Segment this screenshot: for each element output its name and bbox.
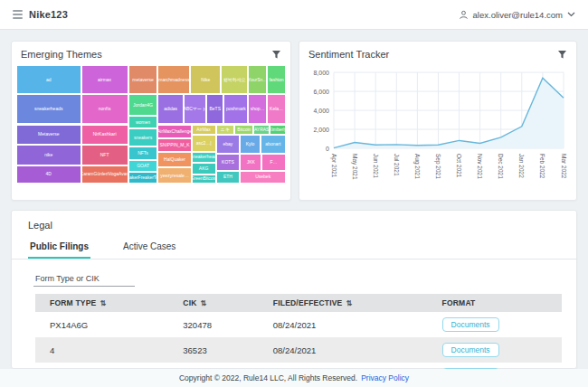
treemap-tile[interactable]: Jordan4G	[128, 94, 158, 116]
column-header-cik[interactable]: CIK⇅	[168, 294, 259, 312]
treemap-tile[interactable]: Nike	[190, 65, 221, 94]
treemap-tile[interactable]: 행복하세요	[221, 65, 248, 94]
treemap-tile[interactable]: AirMax	[192, 125, 216, 136]
svg-text:2,000: 2,000	[313, 127, 329, 133]
x-axis-tick-label: Feb 2022	[539, 154, 545, 179]
treemap-tile[interactable]: NFT	[81, 145, 128, 165]
tab-public-filings[interactable]: Public Filings	[28, 238, 90, 259]
treemap-tile[interactable]: AYRAS	[253, 125, 270, 136]
treemap-tile[interactable]: sneakers	[128, 128, 158, 146]
emerging-themes-title: Emerging Themes	[21, 49, 102, 60]
treemap-tile[interactable]: asc2…|	[192, 135, 216, 151]
treemap-tile[interactable]: sneakerhead	[192, 152, 216, 163]
treemap-tile[interactable]: women	[128, 116, 158, 128]
svg-text:0: 0	[326, 146, 329, 152]
treemap-tile[interactable]: ebay	[216, 135, 241, 154]
table-row: 43652308/24/2021Documents	[35, 337, 562, 363]
treemap-tile[interactable]: NirKashkari	[81, 125, 128, 146]
brand-name: Nike123	[29, 9, 68, 20]
sort-icon[interactable]: ⇅	[100, 299, 106, 307]
treemap-tile[interactable]: F…	[261, 154, 286, 170]
legal-panel: Legal Public FilingsActive Cases FORM TY…	[11, 210, 577, 369]
emerging-themes-panel: Emerging Themes adsneakerheadsMetaversen…	[11, 41, 291, 201]
x-axis-tick-label: Dec 2021	[498, 154, 504, 179]
filter-funnel-icon[interactable]	[557, 50, 567, 60]
treemap-tile[interactable]: sneakerheads	[16, 94, 81, 124]
legal-title: Legal	[12, 220, 576, 238]
treemap-tile[interactable]: Kimberly	[270, 125, 286, 136]
x-axis-tick-label: Nov 2021	[477, 154, 483, 179]
privacy-policy-link[interactable]: Privacy Policy	[361, 373, 409, 382]
treemap-tile[interactable]: fashion	[267, 65, 286, 94]
treemap-tile[interactable]: adidas	[157, 94, 183, 124]
treemap-tile[interactable]: marchmadness	[157, 65, 190, 94]
treemap-tile[interactable]: SNIPPIN_M_K	[157, 138, 191, 153]
cell-cik: 36523	[168, 337, 259, 363]
cell-form-type: 4	[35, 337, 168, 363]
themes-treemap: adsneakerheadsMetaversenike4Dairmaxnonft…	[16, 65, 286, 184]
treemap-tile[interactable]: ad	[16, 65, 81, 94]
x-axis-tick-label: Aug 2021	[413, 154, 421, 179]
treemap-tile[interactable]: 4D	[16, 165, 81, 184]
treemap-tile[interactable]: Metaverse	[16, 125, 81, 146]
x-axis-tick-label: Jun 2021	[373, 154, 379, 178]
sort-icon[interactable]: ⇅	[346, 299, 352, 307]
page-footer: Copyright © 2022, Rule14 LLC, All Rights…	[0, 369, 588, 387]
treemap-tile[interactable]: HalQuaker	[157, 152, 191, 167]
treemap-tile[interactable]: ETH	[216, 171, 241, 184]
treemap-tile[interactable]: shop…	[248, 94, 267, 124]
cell-form-type: PX14A6G	[35, 312, 168, 337]
treemap-tile[interactable]: SneakerFreakerTeam	[128, 172, 158, 184]
treemap-tile[interactable]: metaverse	[128, 65, 158, 94]
chevron-down-icon	[567, 12, 575, 17]
sentiment-tracker-panel: Sentiment Tracker 8,0006,0004,0002,0000A…	[299, 41, 577, 201]
treemap-tile[interactable]: GreenBitcoin	[192, 175, 216, 184]
treemap-tile[interactable]: KOTS	[216, 154, 241, 170]
person-icon	[459, 10, 469, 20]
filter-funnel-icon[interactable]	[271, 50, 281, 60]
treemap-tile[interactable]: nonfts	[81, 94, 128, 124]
cell-cik: 320478	[168, 312, 259, 337]
x-axis-tick-label: Mar 2022	[561, 154, 567, 179]
column-header-format: FORMAT	[428, 294, 562, 312]
treemap-tile[interactable]: nike	[16, 145, 81, 165]
treemap-tile[interactable]: JKK	[240, 154, 261, 170]
sentiment-tracker-title: Sentiment Tracker	[308, 49, 389, 60]
treemap-tile[interactable]: airmax	[81, 65, 128, 94]
top-navbar: Nike123 alex.oliver@rule14.com	[0, 0, 588, 30]
documents-button[interactable]: Documents	[442, 317, 499, 332]
cell-filed: 08/24/2021	[259, 337, 428, 363]
table-row: PX14A6G32047808/24/2021Documents	[35, 312, 562, 337]
treemap-tile[interactable]: ABCマート	[184, 94, 206, 124]
sort-icon[interactable]: ⇅	[201, 299, 207, 307]
tab-active-cases[interactable]: Active Cases	[121, 238, 177, 259]
hamburger-menu-icon[interactable]	[13, 10, 23, 19]
x-axis-tick-label: Oct 2021	[456, 154, 462, 178]
cell-filed: 08/24/2021	[259, 312, 428, 337]
column-header-filed-effective[interactable]: FILED/EFFECTIVE⇅	[259, 294, 428, 312]
treemap-tile[interactable]: Kela…	[267, 94, 286, 124]
treemap-tile[interactable]: ニキ	[216, 125, 235, 136]
treemap-tile[interactable]: KaramGünleriVogaAvan	[81, 165, 128, 184]
treemap-tile[interactable]: Bitcoin	[234, 125, 253, 136]
treemap-tile[interactable]: NFTs	[128, 146, 158, 159]
treemap-tile[interactable]: Usebek	[240, 171, 286, 184]
x-axis-tick-label: Sep 2021	[434, 154, 441, 179]
documents-button[interactable]: Documents	[442, 343, 499, 357]
user-menu[interactable]: alex.oliver@rule14.com	[459, 10, 575, 20]
x-axis-tick-label: May 2021	[351, 154, 358, 180]
form-type-cik-input[interactable]	[33, 271, 135, 287]
column-header-form-type[interactable]: FORM TYPE⇅	[35, 294, 168, 312]
treemap-tile[interactable]: yeezyresale…	[157, 167, 191, 184]
treemap-tile[interactable]: AKG	[192, 163, 216, 174]
svg-text:8,000: 8,000	[313, 70, 329, 76]
x-axis-tick-label: Apr 2021	[330, 154, 337, 178]
treemap-tile[interactable]: BeTS	[206, 94, 223, 124]
legal-tabs: Public FilingsActive Cases	[12, 238, 576, 260]
treemap-tile[interactable]: poshmark	[223, 94, 248, 124]
treemap-tile[interactable]: abonart	[261, 135, 286, 154]
treemap-tile[interactable]: AirMaxChallenge	[157, 125, 191, 138]
treemap-tile[interactable]: Kylo	[240, 135, 260, 154]
treemap-tile[interactable]: GOAT	[128, 160, 158, 172]
treemap-tile[interactable]: YourSn…	[248, 65, 267, 94]
